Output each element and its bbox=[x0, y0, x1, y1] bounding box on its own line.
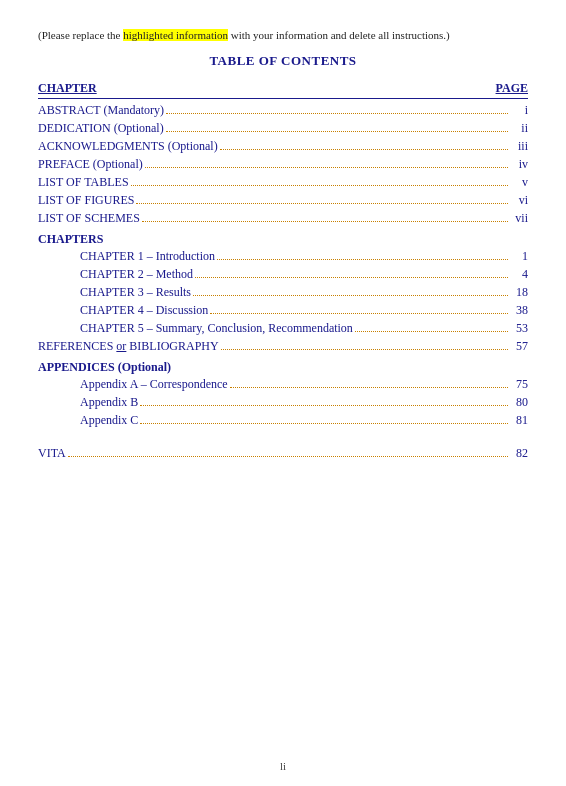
appendix-entry: Appendix B 80 bbox=[38, 395, 528, 410]
instruction-text: (Please replace the highlighted informat… bbox=[38, 28, 528, 43]
chapter-page: 1 bbox=[510, 249, 528, 264]
appendix-dots bbox=[140, 423, 508, 424]
appendix-dots bbox=[230, 387, 508, 388]
entry-dots bbox=[220, 149, 508, 150]
vita-section: VITA 82 bbox=[38, 446, 528, 461]
chapter-entry: CHAPTER 1 – Introduction 1 bbox=[38, 249, 528, 264]
entry-label: ABSTRACT (Mandatory) bbox=[38, 103, 164, 118]
front-matter-entry: PREFACE (Optional) iv bbox=[38, 157, 528, 172]
chapter-col-header: CHAPTER bbox=[38, 81, 97, 96]
entry-label: LIST OF SCHEMES bbox=[38, 211, 140, 226]
vita-dots bbox=[68, 456, 508, 457]
entry-label: LIST OF FIGURES bbox=[38, 193, 134, 208]
page-col-header: PAGE bbox=[496, 81, 528, 96]
chapter-dots bbox=[193, 295, 508, 296]
appendix-label: Appendix A – Correspondence bbox=[80, 377, 228, 392]
entry-page: iii bbox=[510, 139, 528, 154]
appendix-label: Appendix C bbox=[80, 413, 138, 428]
vita-page: 82 bbox=[510, 446, 528, 461]
chapter-page: 18 bbox=[510, 285, 528, 300]
chapter-dots bbox=[210, 313, 508, 314]
chapter-label: CHAPTER 5 – Summary, Conclusion, Recomme… bbox=[80, 321, 353, 336]
references-dots bbox=[221, 349, 508, 350]
front-matter-entry: LIST OF SCHEMES vii bbox=[38, 211, 528, 226]
vita-entry: VITA 82 bbox=[38, 446, 528, 461]
entry-dots bbox=[166, 113, 508, 114]
chapter-dots bbox=[195, 277, 508, 278]
entry-dots bbox=[145, 167, 508, 168]
entry-page: v bbox=[510, 175, 528, 190]
entry-page: iv bbox=[510, 157, 528, 172]
appendices-heading: APPENDICES (Optional) bbox=[38, 360, 528, 375]
front-matter-entry: DEDICATION (Optional) ii bbox=[38, 121, 528, 136]
front-matter-entry: LIST OF FIGURES vi bbox=[38, 193, 528, 208]
instruction-after: with your information and delete all ins… bbox=[228, 29, 450, 41]
references-rest: BIBLIOGRAPHY bbox=[126, 339, 218, 353]
instruction-before: (Please replace the bbox=[38, 29, 123, 41]
appendix-entry: Appendix A – Correspondence 75 bbox=[38, 377, 528, 392]
entry-label: DEDICATION (Optional) bbox=[38, 121, 164, 136]
entry-page: i bbox=[510, 103, 528, 118]
front-matter-entry: ABSTRACT (Mandatory) i bbox=[38, 103, 528, 118]
appendix-page: 75 bbox=[510, 377, 528, 392]
chapter-label: CHAPTER 1 – Introduction bbox=[80, 249, 215, 264]
chapter-page: 53 bbox=[510, 321, 528, 336]
entry-dots bbox=[166, 131, 508, 132]
references-page: 57 bbox=[510, 339, 528, 354]
front-matter-list: ABSTRACT (Mandatory) i DEDICATION (Optio… bbox=[38, 103, 528, 226]
chapter-label: CHAPTER 3 – Results bbox=[80, 285, 191, 300]
appendix-page: 80 bbox=[510, 395, 528, 410]
references-label: REFERENCES or BIBLIOGRAPHY bbox=[38, 339, 219, 354]
entry-dots bbox=[136, 203, 508, 204]
front-matter-entry: ACKNOWLEDGMENTS (Optional) iii bbox=[38, 139, 528, 154]
chapter-entry: CHAPTER 2 – Method 4 bbox=[38, 267, 528, 282]
toc-title: TABLE OF CONTENTS bbox=[38, 53, 528, 69]
chapter-dots bbox=[217, 259, 508, 260]
chapter-label: CHAPTER 2 – Method bbox=[80, 267, 193, 282]
appendix-dots bbox=[140, 405, 508, 406]
appendix-entry: Appendix C 81 bbox=[38, 413, 528, 428]
chapters-heading: CHAPTERS bbox=[38, 232, 528, 247]
chapters-list: CHAPTER 1 – Introduction 1 CHAPTER 2 – M… bbox=[38, 249, 528, 336]
front-matter-entry: LIST OF TABLES v bbox=[38, 175, 528, 190]
appendix-label: Appendix B bbox=[80, 395, 138, 410]
chapter-entry: CHAPTER 4 – Discussion 38 bbox=[38, 303, 528, 318]
chapter-page: 38 bbox=[510, 303, 528, 318]
appendices-list: Appendix A – Correspondence 75 Appendix … bbox=[38, 377, 528, 428]
entry-page: vi bbox=[510, 193, 528, 208]
chapter-entry: CHAPTER 3 – Results 18 bbox=[38, 285, 528, 300]
entry-page: ii bbox=[510, 121, 528, 136]
entry-label: LIST OF TABLES bbox=[38, 175, 129, 190]
chapter-entry: CHAPTER 5 – Summary, Conclusion, Recomme… bbox=[38, 321, 528, 336]
chapter-page: 4 bbox=[510, 267, 528, 282]
references-entry: REFERENCES or BIBLIOGRAPHY 57 bbox=[38, 339, 528, 354]
page: (Please replace the highlighted informat… bbox=[0, 0, 566, 786]
instruction-highlight: highlighted information bbox=[123, 29, 228, 41]
entry-page: vii bbox=[510, 211, 528, 226]
entry-dots bbox=[142, 221, 508, 222]
references-label-text: REFERENCES bbox=[38, 339, 113, 353]
vita-label: VITA bbox=[38, 446, 66, 461]
page-footer: li bbox=[0, 760, 566, 772]
entry-label: PREFACE (Optional) bbox=[38, 157, 143, 172]
entry-dots bbox=[131, 185, 508, 186]
entry-label: ACKNOWLEDGMENTS (Optional) bbox=[38, 139, 218, 154]
chapter-dots bbox=[355, 331, 508, 332]
appendix-page: 81 bbox=[510, 413, 528, 428]
references-or: or bbox=[116, 339, 126, 353]
chapter-label: CHAPTER 4 – Discussion bbox=[80, 303, 208, 318]
toc-header: CHAPTER PAGE bbox=[38, 81, 528, 99]
